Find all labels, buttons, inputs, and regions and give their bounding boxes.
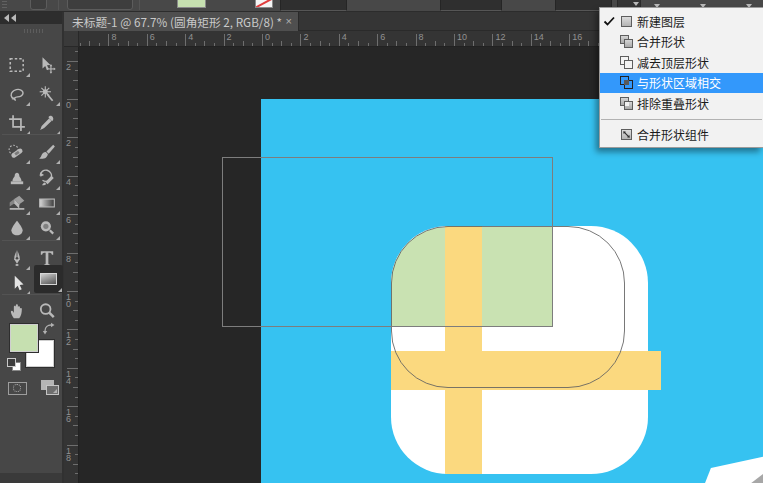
ruler-label: 1 4 (66, 371, 71, 385)
tool-gradient[interactable] (33, 190, 61, 216)
collapse-panel-icon (4, 14, 9, 22)
menu-item-exclude-overlapping-shapes[interactable]: 排除重叠形状 (600, 93, 763, 114)
tool-rectangular-marquee[interactable] (3, 52, 31, 78)
zoom-icon (38, 302, 56, 320)
tool-history-brush[interactable] (33, 165, 61, 191)
stroke-width-field[interactable] (280, 0, 347, 11)
menu-item-label: 合并形状 (637, 33, 685, 50)
tools-panel (0, 12, 64, 483)
tool-brush[interactable] (33, 139, 61, 165)
foreground-color-swatch[interactable] (10, 324, 38, 352)
fill-color-swatch[interactable] (177, 0, 206, 8)
menu-item-subtract-front-shape[interactable]: 减去顶层形状 (600, 52, 763, 73)
corner-decoration (679, 447, 763, 483)
options-button[interactable] (67, 0, 133, 10)
tool-eraser[interactable] (3, 190, 31, 216)
menu-item-unite-shapes[interactable]: 合并形状 (600, 32, 763, 53)
tools-divider (2, 294, 60, 295)
check-icon (600, 15, 617, 28)
unite-shapes-icon (620, 35, 633, 48)
drawn-rectangle-path-outline (222, 157, 553, 327)
quick-mask-button[interactable] (8, 382, 27, 395)
blur-drop-icon (8, 219, 26, 237)
ruler-label: 1 8 (66, 448, 71, 462)
path-selection-icon (8, 274, 26, 292)
crop-icon (8, 114, 26, 132)
hand-icon (8, 302, 26, 320)
gradient-icon (38, 194, 56, 212)
tools-panel-header[interactable] (0, 12, 62, 24)
ruler-label: 16 (572, 33, 582, 42)
ruler-label: 6 (380, 33, 385, 42)
tool-path-selection[interactable] (3, 270, 31, 296)
marquee-icon (8, 56, 26, 74)
clone-stamp-icon (8, 169, 26, 187)
lasso-icon (8, 85, 26, 103)
menu-item-label: 减去顶层形状 (637, 54, 709, 71)
rectangle-icon (40, 273, 57, 285)
tool-blur[interactable] (3, 215, 31, 241)
tool-pen[interactable] (3, 245, 31, 271)
swap-colors-icon[interactable] (42, 322, 58, 336)
ruler-label: 6 (150, 33, 155, 42)
ruler-corner[interactable] (64, 31, 79, 47)
screen-mode-button[interactable] (46, 385, 59, 395)
options-bar-grip (2, 1, 7, 10)
tool-rectangle-selected[interactable] (34, 265, 63, 293)
ruler-label: 1 2 (66, 332, 71, 346)
ruler-label: 0 (66, 102, 71, 109)
tool-magic-wand[interactable] (33, 81, 61, 107)
ruler-label: 8 (419, 33, 424, 42)
intersect-shape-areas-icon (620, 76, 633, 89)
ruler-label: 4 (342, 33, 347, 42)
document-tab[interactable]: 未标题-1 @ 67.7% (圆角矩形 2, RGB/8) * × (64, 12, 299, 31)
toolbar-footer (0, 473, 62, 483)
collapse-panel-icon (11, 14, 16, 22)
white-wedge-shape (679, 447, 763, 483)
menu-separator (601, 119, 762, 120)
eraser-icon (8, 194, 26, 212)
panel-grip[interactable] (24, 29, 44, 33)
menu-item-label: 排除重叠形状 (637, 95, 709, 112)
tool-zoom[interactable] (33, 298, 61, 324)
ruler-label: 1 6 (66, 409, 71, 423)
tool-crop[interactable] (3, 110, 31, 136)
default-foreground-swatch[interactable] (7, 358, 16, 367)
ruler-label: 4 (66, 179, 71, 186)
ruler-label: 0 (265, 33, 270, 42)
stroke-color-swatch[interactable] (255, 0, 273, 8)
tool-eyedropper[interactable] (33, 110, 61, 136)
ruler-label: 8 (66, 256, 71, 263)
ruler-label: 12 (495, 33, 505, 42)
ruler-label: 2 (303, 33, 308, 42)
exclude-overlapping-shapes-icon (620, 97, 633, 110)
ruler-label: 14 (534, 33, 544, 42)
tools-divider (2, 134, 60, 135)
tool-clone-stamp[interactable] (3, 165, 31, 191)
menu-item-label: 与形状区域相交 (637, 74, 721, 91)
tool-preset-button[interactable] (30, 0, 47, 10)
options-separator (139, 0, 140, 10)
magic-wand-icon (38, 85, 56, 103)
move-icon (38, 56, 56, 74)
tool-lasso[interactable] (3, 81, 31, 107)
brush-icon (38, 143, 56, 161)
photoshop-window: 未标题-1 @ 67.7% (圆角矩形 2, RGB/8) * × 864202… (0, 0, 763, 483)
tool-move[interactable] (33, 52, 61, 78)
tool-spot-healing-brush[interactable] (3, 139, 31, 165)
vertical-ruler[interactable]: 2024681 01 21 41 61 8 (64, 47, 79, 483)
tab-close-icon[interactable]: × (286, 12, 292, 31)
ruler-label: 2 (66, 64, 71, 71)
menu-item-merge-shape-components[interactable]: 合并形状组件 (600, 125, 763, 146)
ruler-label: 4 (188, 33, 193, 42)
dodge-icon (38, 219, 56, 237)
tool-hand[interactable] (3, 298, 31, 324)
ruler-label: 8 (111, 33, 116, 42)
menu-item-intersect-shape-areas[interactable]: 与形状区域相交 (600, 73, 763, 94)
options-separator (58, 0, 59, 10)
menu-item-new-layer[interactable]: 新建图层 (600, 11, 763, 32)
ruler-label: 1 0 (66, 294, 71, 308)
tool-dodge[interactable] (33, 215, 61, 241)
width-field[interactable] (440, 0, 502, 11)
eyedropper-icon (38, 114, 56, 132)
